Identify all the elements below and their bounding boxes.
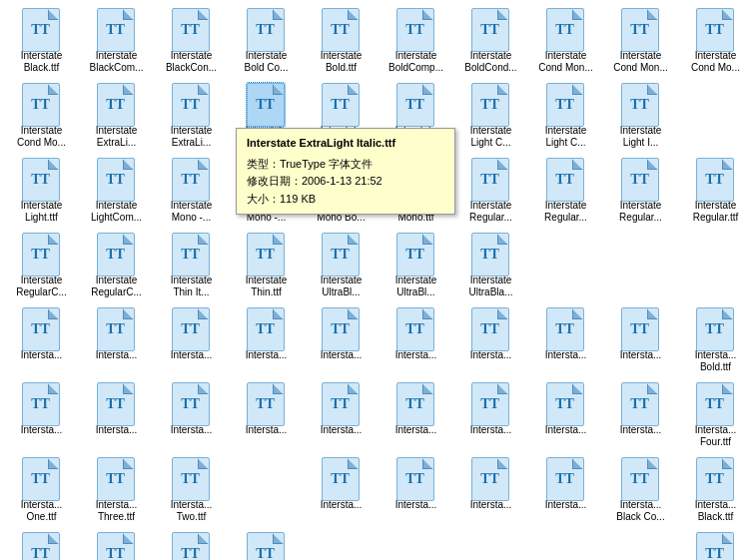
list-item[interactable]: Intersta... — [378, 303, 453, 378]
ttf-icon — [322, 233, 360, 277]
list-item[interactable]: Intersta... — [304, 378, 378, 453]
ttf-icon — [22, 457, 60, 501]
file-icon — [696, 307, 736, 347]
list-item[interactable]: Interstate LightCom... — [79, 154, 154, 229]
file-icon — [471, 8, 511, 48]
list-item[interactable]: Interstate Light C... — [453, 79, 528, 154]
list-item[interactable]: Intersta... — [378, 453, 453, 528]
list-item[interactable]: Interstate BlackCom... — [79, 4, 154, 79]
file-icon — [172, 532, 212, 560]
file-icon — [172, 307, 212, 347]
ttf-icon — [696, 307, 734, 351]
file-label: Interstate Thin It... — [171, 275, 213, 298]
list-item[interactable]: Interstate Regular... — [603, 154, 678, 229]
list-item[interactable] — [304, 528, 378, 560]
list-item[interactable]: Intersta... — [154, 378, 229, 453]
list-item[interactable] — [229, 453, 304, 528]
list-item[interactable]: Interstate Thin.ttf — [229, 229, 304, 303]
list-item[interactable]: Interstate UltraBl... — [304, 229, 378, 303]
list-item[interactable]: Interstate Black.ttf — [4, 4, 79, 79]
list-item[interactable] — [603, 229, 678, 303]
list-item[interactable]: Interstate UltraBl... — [378, 229, 453, 303]
file-icon — [172, 382, 212, 422]
list-item[interactable]: Interstate ExtraLi... — [79, 79, 154, 154]
list-item[interactable]: Interstate Cond Mo... — [4, 79, 79, 154]
file-label: Intersta... One.ttf — [21, 499, 63, 523]
list-item[interactable]: Intersta... — [603, 378, 678, 453]
ttf-icon — [22, 532, 60, 560]
list-item[interactable]: Intersta... One.ttf — [4, 453, 79, 528]
list-item[interactable]: Interstate Regular.ttf — [678, 154, 753, 229]
ttf-icon — [471, 83, 509, 127]
list-item[interactable]: Intersta... Light.ttf — [229, 528, 304, 560]
list-item[interactable]: Interstate Thin It... — [154, 229, 229, 303]
list-item[interactable]: Intersta... Two.ttf — [154, 453, 229, 528]
list-item[interactable]: Interstate Mono -... — [154, 154, 229, 229]
list-item[interactable]: Interstate RegularC... — [4, 229, 79, 303]
list-item[interactable]: Intersta... — [453, 378, 528, 453]
ttf-icon — [322, 8, 360, 52]
list-item[interactable]: Interstate BoldComp... — [378, 4, 453, 79]
list-item[interactable]: Intersta... — [79, 303, 154, 378]
list-item[interactable]: Interstate RegularC... — [79, 229, 154, 303]
list-item[interactable]: Intersta... — [304, 303, 378, 378]
list-item[interactable]: Intersta... — [229, 378, 304, 453]
file-icon — [396, 382, 436, 422]
list-item[interactable] — [378, 528, 453, 560]
list-item[interactable]: Intersta... — [154, 303, 229, 378]
list-item[interactable] — [528, 528, 603, 560]
file-icon — [696, 457, 736, 497]
list-item[interactable]: Intersta... Four.ttf — [678, 378, 753, 453]
list-item[interactable]: Intersta... — [528, 303, 603, 378]
file-icon — [97, 8, 137, 48]
list-item[interactable] — [528, 229, 603, 303]
list-item[interactable]: Interstate BlackCon... — [154, 4, 229, 79]
list-item[interactable]: Intersta... Black Co... — [603, 453, 678, 528]
list-item[interactable]: Interstate Light I... — [603, 79, 678, 154]
list-item[interactable]: Intersta... — [4, 303, 79, 378]
ttf-icon — [696, 158, 734, 202]
file-label: Interstate Regular... — [469, 200, 512, 224]
list-item[interactable]: Intersta... — [4, 378, 79, 453]
list-item[interactable]: Intersta... Three.ttf — [79, 453, 154, 528]
list-item[interactable]: Interstate Light.ttf — [4, 154, 79, 229]
list-item[interactable]: Interstate Bold.ttf — [304, 4, 378, 79]
list-item[interactable]: Interstate Light C... — [528, 79, 603, 154]
list-item[interactable]: Intersta... — [603, 303, 678, 378]
list-item[interactable]: Interstate ExtraLi... — [154, 79, 229, 154]
list-item[interactable] — [678, 229, 753, 303]
list-item[interactable] — [678, 79, 753, 154]
file-icon — [247, 307, 287, 347]
list-item[interactable]: Intersta... — [453, 453, 528, 528]
list-item[interactable]: Intersta... — [79, 378, 154, 453]
file-icon — [97, 532, 137, 560]
list-item[interactable]: Interstate Cond Mon... — [528, 4, 603, 79]
list-item[interactable]: Intersta... — [304, 453, 378, 528]
list-item[interactable]: Intersta... — [528, 378, 603, 453]
ttf-icon — [22, 382, 60, 426]
list-item[interactable]: Intersta... Bold.ttf — [79, 528, 154, 560]
ttf-icon — [172, 83, 210, 127]
list-item[interactable]: Interstate BoldCond... — [453, 4, 528, 79]
list-item[interactable] — [603, 528, 678, 560]
file-icon — [696, 8, 736, 48]
list-item[interactable]: Interstate Regular... — [528, 154, 603, 229]
ttf-icon — [172, 532, 210, 560]
file-icon — [247, 233, 287, 273]
list-item[interactable]: Intersta... Light Co... — [154, 528, 229, 560]
list-item[interactable]: Interstate Bold Co... — [229, 4, 304, 79]
list-item[interactable]: Intersta... — [229, 303, 304, 378]
list-item[interactable]: Intersta... — [678, 528, 753, 560]
list-item[interactable] — [453, 528, 528, 560]
list-item[interactable]: Intersta... — [453, 303, 528, 378]
list-item[interactable]: Interstate Cond Mon... — [603, 4, 678, 79]
file-icon — [546, 158, 586, 198]
list-item[interactable]: Interstate UltraBla... — [453, 229, 528, 303]
list-item[interactable]: Intersta... Bold Con... — [4, 528, 79, 560]
list-item[interactable]: Intersta... — [528, 453, 603, 528]
list-item[interactable]: Interstate Cond Mo... — [678, 4, 753, 79]
list-item[interactable]: Intersta... Bold.ttf — [678, 303, 753, 378]
list-item[interactable]: Intersta... Black.ttf — [678, 453, 753, 528]
list-item[interactable]: Interstate Regular... — [453, 154, 528, 229]
list-item[interactable]: Intersta... — [378, 378, 453, 453]
